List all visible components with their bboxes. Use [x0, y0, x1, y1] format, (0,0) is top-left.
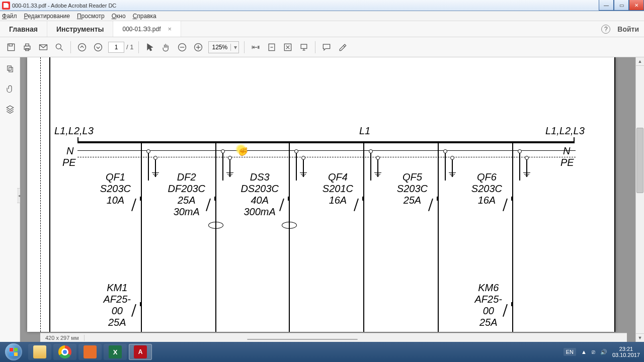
save-icon[interactable] — [5, 41, 17, 53]
svg-rect-2 — [24, 46, 30, 49]
read-mode-icon[interactable] — [298, 41, 310, 53]
fit-page-icon[interactable] — [266, 41, 278, 53]
tray-clock[interactable]: 23:2103.10.2017 — [612, 346, 640, 358]
breaker-label: DS3DS203C40A300mA — [240, 171, 279, 218]
page-input[interactable] — [108, 42, 124, 53]
menu-window[interactable]: Окно — [112, 13, 126, 20]
taskbar-chrome[interactable] — [53, 344, 76, 360]
scroll-up-icon[interactable]: ▲ — [636, 57, 644, 66]
print-icon[interactable] — [21, 41, 33, 53]
start-button[interactable] — [0, 342, 27, 362]
vscroll-thumb[interactable] — [636, 128, 643, 193]
login-link[interactable]: Войти — [617, 25, 639, 33]
svg-rect-14 — [7, 66, 11, 70]
busbar-pe — [77, 157, 576, 157]
label-pe-left: PE — [62, 157, 76, 168]
zoom-out-icon[interactable] — [176, 41, 188, 53]
horizontal-scrollbar[interactable]: 420 x 297 мм — [40, 333, 627, 342]
zoom-in-icon[interactable] — [192, 41, 204, 53]
tray-lang[interactable]: EN — [564, 348, 576, 356]
vertical-scrollbar[interactable]: ▲ ▼ — [635, 57, 644, 342]
label-pe-right: PE — [560, 157, 574, 168]
tray-network-icon[interactable]: ⎚ — [592, 349, 595, 355]
label-phase-left: L1,L2,L3 — [54, 125, 94, 137]
tab-home[interactable]: Главная — [0, 21, 47, 37]
svg-rect-1 — [9, 44, 13, 46]
minimize-button[interactable]: — — [599, 0, 614, 11]
svg-point-7 — [78, 43, 86, 51]
page-up-icon[interactable] — [76, 41, 88, 53]
window-title: 000-01.33.pdf - Adobe Acrobat Reader DC — [12, 3, 116, 9]
zoom-select[interactable]: 125%▾ — [208, 41, 239, 53]
svg-point-6 — [56, 44, 61, 49]
label-n-left: N — [66, 145, 73, 157]
taskbar-app-orange[interactable] — [78, 344, 102, 360]
svg-point-8 — [95, 43, 102, 51]
contactor-label: KM1AF25-0025A — [104, 282, 131, 328]
attachments-icon[interactable] — [6, 84, 15, 96]
tray-sound-icon[interactable]: 🔊 — [600, 349, 607, 355]
menu-help[interactable]: Справка — [133, 13, 156, 20]
tab-close-icon[interactable]: × — [168, 25, 172, 33]
breaker-label: DF2DF203C25A30mA — [168, 171, 205, 218]
menu-file[interactable]: Файл — [2, 13, 17, 20]
contactor-label: KM6AF25-0025A — [475, 282, 502, 328]
menu-bar: Файл Редактирование Просмотр Окно Справк… — [0, 11, 644, 21]
search-icon[interactable] — [53, 41, 65, 53]
page-indicator: / 1 — [108, 42, 133, 53]
label-n-right: N — [563, 145, 570, 157]
label-phase-right: L1,L2,L3 — [545, 125, 585, 137]
toolbar: / 1 125%▾ — [0, 37, 644, 57]
page-total: / 1 — [126, 43, 133, 51]
busbar-n — [77, 150, 576, 151]
hand-cursor-icon: ✊ — [237, 147, 248, 156]
breaker-label: QF4S201C16A — [323, 171, 353, 206]
breaker-label: QF1S203C10A — [100, 171, 131, 206]
svg-rect-3 — [26, 44, 29, 46]
taskbar: X A EN ▲ ⎚ 🔊 23:2103.10.2017 — [0, 342, 644, 362]
tab-document[interactable]: 000-01.Э3.pdf × — [113, 21, 181, 37]
close-button[interactable]: ✕ — [629, 0, 644, 11]
busbar-l — [77, 141, 575, 143]
breaker-label: QF6S203C16A — [471, 171, 502, 206]
fullscreen-icon[interactable] — [282, 41, 294, 53]
pdf-page: L1,L2,L3 L1 L1,L2,L3 N PE N PE ✊ QF1S203… — [27, 57, 615, 332]
comment-icon[interactable] — [320, 41, 333, 53]
side-panel: ◂ — [0, 57, 20, 342]
svg-rect-13 — [301, 44, 307, 48]
help-icon[interactable]: ? — [601, 25, 610, 34]
svg-rect-15 — [9, 67, 13, 72]
email-icon[interactable] — [37, 41, 49, 53]
select-tool-icon[interactable] — [144, 41, 156, 53]
page-down-icon[interactable] — [92, 41, 104, 53]
breaker-label: QF5S203C25A — [397, 171, 428, 206]
label-phase-mid: L1 — [359, 125, 370, 137]
taskbar-explorer[interactable] — [28, 344, 51, 360]
app-icon — [2, 2, 10, 10]
maximize-button[interactable]: ▭ — [614, 0, 629, 11]
hscroll-thumb[interactable] — [247, 339, 358, 340]
fit-width-icon[interactable] — [250, 41, 262, 53]
taskbar-excel[interactable]: X — [104, 344, 127, 360]
tab-tools[interactable]: Инструменты — [47, 21, 114, 37]
tab-document-label: 000-01.Э3.pdf — [122, 26, 160, 33]
menu-edit[interactable]: Редактирование — [24, 13, 70, 20]
highlight-icon[interactable] — [337, 41, 349, 53]
hand-tool-icon[interactable] — [160, 41, 172, 53]
window-titlebar: 000-01.33.pdf - Adobe Acrobat Reader DC … — [0, 0, 644, 11]
system-tray: EN ▲ ⎚ 🔊 23:2103.10.2017 — [564, 346, 644, 358]
thumbnails-icon[interactable] — [6, 64, 15, 75]
tab-bar: Главная Инструменты 000-01.Э3.pdf × ? Во… — [0, 21, 644, 37]
document-viewport[interactable]: L1,L2,L3 L1 L1,L2,L3 N PE N PE ✊ QF1S203… — [20, 57, 635, 342]
chevron-down-icon: ▾ — [230, 44, 238, 51]
page-size-status: 420 x 297 мм — [40, 335, 85, 341]
windows-orb-icon — [5, 343, 22, 360]
taskbar-acrobat[interactable]: A — [129, 344, 152, 360]
layers-icon[interactable] — [6, 105, 15, 116]
tray-flag-icon[interactable]: ▲ — [581, 349, 587, 355]
menu-view[interactable]: Просмотр — [77, 13, 105, 20]
scroll-down-icon[interactable]: ▼ — [636, 333, 644, 342]
